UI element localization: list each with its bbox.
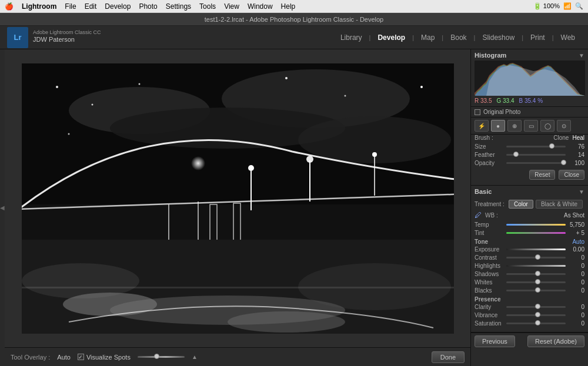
contrast-label: Contrast: [475, 254, 504, 261]
apple-menu[interactable]: 🍎: [5, 2, 14, 11]
blacks-value: 0: [568, 287, 584, 294]
done-button[interactable]: Done: [432, 351, 465, 363]
spot-close-button[interactable]: Close: [559, 170, 584, 180]
radial-filter-button[interactable]: ◯: [540, 120, 554, 132]
visualize-spots-row: ✓ Visualize Spots: [78, 354, 131, 361]
nav-library[interactable]: Library: [335, 31, 368, 44]
nav-web[interactable]: Web: [555, 31, 581, 44]
feather-row: Feather 14: [475, 152, 584, 158]
menu-file[interactable]: File: [65, 2, 76, 11]
opacity-slider[interactable]: [506, 162, 566, 164]
nav-develop[interactable]: Develop: [372, 31, 411, 44]
treatment-row: Treatment : Color Black & White: [475, 200, 584, 209]
spot-reset-button[interactable]: Reset: [529, 170, 555, 180]
histogram-header[interactable]: Histogram ▼: [475, 52, 584, 59]
saturation-value: 0: [568, 320, 584, 327]
visualize-spots-slider[interactable]: [138, 356, 185, 358]
exposure-value: 0.00: [568, 246, 584, 253]
shadows-thumb[interactable]: [535, 271, 540, 276]
svg-point-6: [56, 86, 58, 88]
nav-map[interactable]: Map: [415, 31, 440, 44]
slider-end-arrow: ▲: [192, 354, 198, 360]
color-button[interactable]: Color: [509, 200, 533, 209]
visualize-slider-thumb[interactable]: [154, 354, 159, 359]
menu-help[interactable]: Help: [281, 2, 296, 11]
original-photo-checkbox[interactable]: [475, 109, 480, 115]
contrast-value: 0: [568, 254, 584, 261]
nav-slideshow[interactable]: Slideshow: [476, 31, 520, 44]
nav-book[interactable]: Book: [445, 31, 472, 44]
menu-window[interactable]: Window: [248, 2, 273, 11]
brush-label: Brush :: [475, 135, 505, 141]
saturation-slider[interactable]: [506, 323, 566, 324]
menu-develop[interactable]: Develop: [105, 2, 131, 11]
feather-value: 14: [568, 152, 584, 158]
spot-healing-section: Brush : Clone Heal Size 76 Feather: [471, 135, 588, 186]
svg-point-12: [420, 86, 423, 88]
contrast-thumb[interactable]: [535, 254, 540, 260]
menu-photo[interactable]: Photo: [139, 2, 157, 11]
tint-slider[interactable]: [506, 232, 566, 234]
lr-branding: Adobe Lightroom Classic CC JDW Paterson: [33, 30, 101, 44]
size-slider[interactable]: [506, 146, 566, 147]
feather-slider[interactable]: [506, 154, 566, 156]
temp-label: Temp: [475, 221, 504, 228]
saturation-thumb[interactable]: [535, 320, 540, 325]
size-row: Size 76: [475, 143, 584, 150]
whites-row: Whites 0: [475, 279, 584, 286]
menu-view[interactable]: View: [224, 2, 239, 11]
lr-user-name: JDW Paterson: [33, 35, 101, 44]
red-eye-button[interactable]: ⊕: [507, 120, 522, 132]
contrast-slider[interactable]: [506, 257, 566, 258]
crop-tool-button[interactable]: ⚡: [475, 120, 489, 132]
basic-chevron-icon: ▼: [579, 189, 584, 195]
lr-header: Lr Adobe Lightroom Classic CC JDW Paters…: [0, 26, 588, 49]
left-panel-toggle[interactable]: ◀: [0, 49, 5, 366]
spot-removal-button[interactable]: ●: [491, 120, 505, 132]
exposure-slider[interactable]: [506, 249, 566, 250]
whites-thumb[interactable]: [535, 279, 540, 284]
svg-point-9: [138, 83, 140, 85]
wb-row: 🖊 WB : As Shot: [475, 211, 584, 219]
clarity-slider[interactable]: [506, 306, 566, 308]
adjustment-brush-button[interactable]: ⊙: [557, 120, 571, 132]
temp-slider[interactable]: [506, 224, 566, 226]
clone-button[interactable]: Clone: [553, 135, 569, 141]
basic-section-header[interactable]: Basic ▼: [471, 186, 588, 197]
whites-value: 0: [568, 279, 584, 286]
menu-settings[interactable]: Settings: [166, 2, 191, 11]
wifi-icon: 📶: [563, 2, 572, 10]
previous-button[interactable]: Previous: [475, 335, 515, 347]
visualize-spots-checkbox[interactable]: ✓: [78, 354, 84, 360]
size-slider-thumb[interactable]: [549, 143, 554, 149]
treatment-label: Treatment :: [475, 201, 509, 207]
size-label: Size: [475, 143, 504, 150]
menu-tools[interactable]: Tools: [199, 2, 216, 11]
opacity-slider-thumb[interactable]: [561, 160, 566, 165]
saturation-row: Saturation 0: [475, 320, 584, 327]
clarity-thumb[interactable]: [535, 304, 540, 309]
menubar-right-icons: 🔋 100% 📶 🔍: [533, 2, 583, 10]
menu-edit[interactable]: Edit: [85, 2, 97, 11]
graduated-filter-button[interactable]: ▭: [524, 120, 538, 132]
svg-rect-31: [22, 287, 454, 288]
highlights-slider[interactable]: [506, 265, 566, 267]
reset-adobe-button[interactable]: Reset (Adobe): [527, 335, 584, 347]
blacks-slider[interactable]: [506, 290, 566, 291]
vibrance-slider[interactable]: [506, 314, 566, 316]
vibrance-thumb[interactable]: [535, 312, 540, 317]
battery-icon: 🔋 100%: [533, 2, 560, 10]
heal-button[interactable]: Heal: [572, 135, 584, 141]
bw-button[interactable]: Black & White: [536, 200, 583, 209]
feather-slider-thumb[interactable]: [513, 152, 519, 157]
app-menu-lightroom[interactable]: Lightroom: [22, 2, 56, 11]
blacks-thumb[interactable]: [535, 287, 540, 293]
auto-button[interactable]: Auto: [572, 239, 584, 245]
wb-eyedropper-icon[interactable]: 🖊: [475, 211, 483, 219]
tone-label: Tone: [475, 239, 488, 245]
opacity-value: 100: [568, 160, 584, 166]
photo-container[interactable]: [5, 49, 470, 347]
shadows-slider[interactable]: [506, 273, 566, 275]
whites-slider[interactable]: [506, 281, 566, 283]
nav-print[interactable]: Print: [524, 31, 551, 44]
